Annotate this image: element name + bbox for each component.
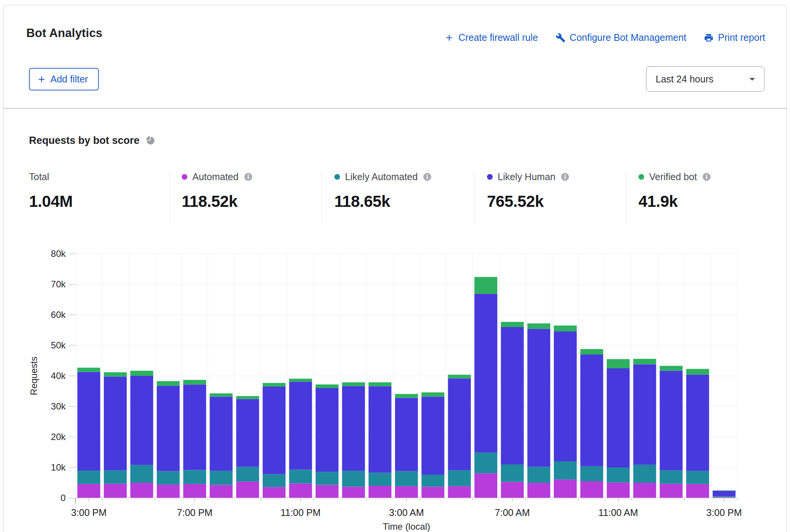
bar-8-automated[interactable] <box>289 484 312 498</box>
bar-16-likely-automated[interactable] <box>501 464 524 482</box>
bar-5-verified-bot[interactable] <box>210 393 232 397</box>
bar-14-likely-automated[interactable] <box>448 470 471 486</box>
bar-11-likely-automated[interactable] <box>369 473 392 486</box>
bar-0-likely-automated[interactable] <box>77 471 100 484</box>
bar-0-verified-bot[interactable] <box>77 368 100 372</box>
bar-3-likely-automated[interactable] <box>157 471 180 485</box>
bar-1-likely-human[interactable] <box>104 377 127 471</box>
bar-4-likely-human[interactable] <box>183 384 206 470</box>
bar-14-likely-human[interactable] <box>448 378 471 470</box>
bar-24-verified-bot[interactable] <box>713 490 735 491</box>
bar-3-verified-bot[interactable] <box>157 381 180 386</box>
bar-10-likely-automated[interactable] <box>342 471 365 487</box>
bar-19-verified-bot[interactable] <box>580 349 603 355</box>
bar-9-likely-human[interactable] <box>316 388 339 472</box>
bar-15-verified-bot[interactable] <box>474 277 497 294</box>
bar-13-verified-bot[interactable] <box>421 392 444 397</box>
bar-10-automated[interactable] <box>342 487 365 498</box>
bar-12-likely-automated[interactable] <box>395 471 418 486</box>
bar-15-likely-human[interactable] <box>474 294 497 453</box>
bar-0-likely-human[interactable] <box>77 372 100 471</box>
bar-12-verified-bot[interactable] <box>395 394 418 398</box>
bar-8-likely-automated[interactable] <box>289 470 312 484</box>
bar-16-verified-bot[interactable] <box>501 322 524 327</box>
bar-19-likely-automated[interactable] <box>580 466 603 481</box>
bar-16-likely-human[interactable] <box>501 327 524 464</box>
bar-23-automated[interactable] <box>686 484 709 498</box>
bar-10-likely-human[interactable] <box>342 386 365 471</box>
bar-17-likely-automated[interactable] <box>527 467 550 483</box>
bar-14-automated[interactable] <box>448 486 471 498</box>
bar-9-verified-bot[interactable] <box>316 384 339 388</box>
bar-13-automated[interactable] <box>421 487 444 498</box>
bar-6-automated[interactable] <box>236 482 259 498</box>
bar-5-likely-human[interactable] <box>210 397 232 471</box>
bar-10-verified-bot[interactable] <box>342 382 365 386</box>
bar-24-likely-automated[interactable] <box>713 496 735 497</box>
bar-19-likely-human[interactable] <box>580 355 603 466</box>
bar-2-likely-automated[interactable] <box>130 465 153 483</box>
bar-21-likely-human[interactable] <box>633 364 656 465</box>
bar-16-automated[interactable] <box>501 482 524 498</box>
bar-8-likely-human[interactable] <box>289 382 312 469</box>
bar-23-verified-bot[interactable] <box>686 369 709 375</box>
bar-12-likely-human[interactable] <box>395 398 418 471</box>
bar-18-automated[interactable] <box>554 479 577 498</box>
bar-13-likely-human[interactable] <box>421 397 444 475</box>
bar-21-likely-automated[interactable] <box>633 465 656 483</box>
bar-4-likely-automated[interactable] <box>183 470 206 484</box>
bar-9-automated[interactable] <box>316 485 339 498</box>
bar-7-verified-bot[interactable] <box>263 383 285 387</box>
bar-21-automated[interactable] <box>633 483 656 498</box>
bar-15-automated[interactable] <box>474 473 497 498</box>
bar-5-automated[interactable] <box>210 485 232 498</box>
bar-18-verified-bot[interactable] <box>554 326 577 331</box>
bar-5-likely-automated[interactable] <box>210 471 232 485</box>
bar-24-likely-human[interactable] <box>713 491 735 496</box>
bar-12-automated[interactable] <box>395 486 418 498</box>
bar-11-verified-bot[interactable] <box>369 382 392 386</box>
bar-3-likely-human[interactable] <box>157 386 180 471</box>
bar-20-likely-human[interactable] <box>607 368 630 468</box>
bar-21-verified-bot[interactable] <box>633 359 656 364</box>
print-report-link[interactable]: Print report <box>704 32 765 43</box>
bar-20-likely-automated[interactable] <box>607 468 630 482</box>
bar-2-verified-bot[interactable] <box>130 371 153 376</box>
bar-9-likely-automated[interactable] <box>316 472 339 485</box>
bar-17-verified-bot[interactable] <box>527 323 550 329</box>
bar-23-likely-automated[interactable] <box>686 471 709 484</box>
bar-20-automated[interactable] <box>607 482 630 498</box>
bar-14-verified-bot[interactable] <box>448 375 471 379</box>
bar-4-automated[interactable] <box>183 484 206 498</box>
bar-18-likely-human[interactable] <box>554 331 577 461</box>
bar-6-likely-automated[interactable] <box>236 467 259 481</box>
bar-22-automated[interactable] <box>660 484 683 498</box>
time-range-select[interactable]: Last 24 hours <box>646 66 764 92</box>
bar-23-likely-human[interactable] <box>686 375 709 471</box>
info-icon[interactable] <box>560 172 570 182</box>
bar-19-automated[interactable] <box>580 481 603 498</box>
bar-7-likely-human[interactable] <box>263 387 285 474</box>
bar-3-automated[interactable] <box>157 485 180 498</box>
bar-11-automated[interactable] <box>369 486 392 498</box>
configure-bot-management-link[interactable]: Configure Bot Management <box>556 32 687 43</box>
bar-6-likely-human[interactable] <box>236 399 259 467</box>
bar-15-likely-automated[interactable] <box>474 453 497 473</box>
bar-1-verified-bot[interactable] <box>104 372 127 376</box>
bar-8-verified-bot[interactable] <box>289 379 312 382</box>
info-icon[interactable] <box>702 172 711 182</box>
info-icon[interactable] <box>243 172 253 182</box>
bar-17-likely-human[interactable] <box>527 329 550 467</box>
info-icon[interactable] <box>422 172 432 182</box>
bar-0-automated[interactable] <box>77 484 100 498</box>
bar-1-likely-automated[interactable] <box>104 470 127 484</box>
add-filter-button[interactable]: Add filter <box>29 68 99 90</box>
bar-17-automated[interactable] <box>527 483 550 498</box>
bar-1-automated[interactable] <box>104 484 127 498</box>
bar-20-verified-bot[interactable] <box>607 359 630 368</box>
bar-2-likely-human[interactable] <box>130 376 153 465</box>
bar-13-likely-automated[interactable] <box>421 475 444 487</box>
bar-7-likely-automated[interactable] <box>263 474 285 487</box>
bar-22-likely-automated[interactable] <box>660 470 683 484</box>
create-firewall-rule-link[interactable]: Create firewall rule <box>444 32 538 43</box>
